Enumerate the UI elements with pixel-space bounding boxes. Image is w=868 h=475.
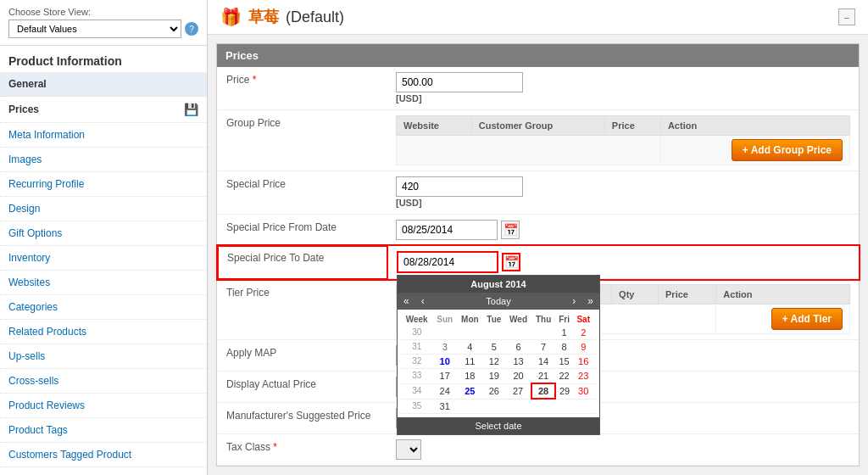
cal-day-1-1[interactable]: 4 xyxy=(457,340,483,355)
sidebar-item-custom[interactable]: Custom Options xyxy=(0,467,207,475)
tax-class-select[interactable] xyxy=(396,439,421,460)
collapse-button[interactable]: – xyxy=(838,8,855,25)
calendar-header-row: Week Sun Mon Tue Wed Thu Fri Sat xyxy=(401,313,596,326)
cal-day-0-2 xyxy=(483,326,505,340)
group-price-col-customer-group: Customer Group xyxy=(471,116,604,136)
cal-day-3-3[interactable]: 20 xyxy=(505,369,531,384)
cal-day-2-6[interactable]: 16 xyxy=(573,355,593,369)
sidebar-item-upsells[interactable]: Up-sells xyxy=(0,344,207,369)
cal-day-1-2[interactable]: 5 xyxy=(483,340,505,355)
cal-day-0-4 xyxy=(531,326,555,340)
cal-day-empty xyxy=(531,399,555,413)
group-price-row: Group Price Website Customer Group Price… xyxy=(218,110,859,171)
cal-day-2-0[interactable]: 10 xyxy=(432,355,457,369)
tier-col-action: Action xyxy=(716,285,850,305)
sidebar-item-design[interactable]: Design xyxy=(0,197,207,221)
calendar-next-month-btn[interactable]: › xyxy=(566,293,581,310)
cal-day-0-6[interactable]: 2 xyxy=(573,326,593,340)
cal-day-5-0[interactable]: 31 xyxy=(432,399,457,413)
cal-day-empty xyxy=(483,399,505,413)
sidebar-item-inventory[interactable]: Inventory xyxy=(0,246,207,271)
sidebar-item-crosssells[interactable]: Cross-sells xyxy=(0,369,207,394)
cal-day-2-2[interactable]: 12 xyxy=(483,355,505,369)
cal-day-1-0[interactable]: 3 xyxy=(432,340,457,355)
cal-day-1-6[interactable]: 9 xyxy=(573,340,593,355)
cal-day-empty xyxy=(593,326,596,340)
tier-col-qty: Qty xyxy=(612,285,659,305)
cal-day-2-3[interactable]: 13 xyxy=(505,355,531,369)
cal-day-1-5[interactable]: 8 xyxy=(555,340,573,355)
cal-weeknum: 34 xyxy=(401,383,432,399)
special-price-to-input[interactable] xyxy=(397,251,498,273)
calendar-select-date[interactable]: Select date xyxy=(398,417,599,434)
calendar-today-btn[interactable]: Today xyxy=(431,293,567,309)
main-content: 🎁 草莓 (Default) – Prices Price * [USD] xyxy=(208,0,868,475)
sidebar-item-related[interactable]: Related Products xyxy=(0,320,207,344)
sidebar-item-prices[interactable]: Prices 💾 xyxy=(0,97,207,123)
cal-weeknum: 32 xyxy=(401,355,432,369)
group-price-col-price: Price xyxy=(604,116,660,136)
from-date-calendar-icon[interactable]: 📅 xyxy=(501,221,520,239)
special-price-input[interactable] xyxy=(396,176,523,197)
cal-day-4-4[interactable]: 28 xyxy=(531,383,555,399)
cal-day-4-2[interactable]: 26 xyxy=(483,383,505,399)
to-date-calendar-icon[interactable]: 📅 xyxy=(502,253,520,271)
cal-day-2-1[interactable]: 11 xyxy=(457,355,483,369)
special-price-row: Special Price [USD] xyxy=(218,171,859,215)
group-price-col-website: Website xyxy=(397,116,472,136)
help-icon[interactable]: ? xyxy=(185,22,198,36)
sidebar-item-websites[interactable]: Websites xyxy=(0,271,207,295)
cal-day-1-3[interactable]: 6 xyxy=(505,340,531,355)
cal-day-0-1 xyxy=(457,326,483,340)
sidebar-item-images[interactable]: Images xyxy=(0,148,207,172)
cal-day-3-6[interactable]: 23 xyxy=(573,369,593,384)
cal-day-empty xyxy=(555,399,573,413)
calendar-prev-month-btn[interactable]: ‹ xyxy=(415,293,431,310)
special-price-to-label: Special Price To Date xyxy=(218,246,387,279)
special-price-from-value-cell: 📅 xyxy=(387,215,859,246)
calendar-nav: « ‹ Today › » xyxy=(398,293,599,310)
to-date-wrap: 📅 August 2014 « ‹ Today › » xyxy=(397,251,850,273)
sidebar-item-recurring[interactable]: Recurring Profile xyxy=(0,172,207,197)
tier-price-label: Tier Price xyxy=(218,279,387,340)
group-price-label: Group Price xyxy=(218,110,387,171)
cal-weeknum: 33 xyxy=(401,369,432,384)
group-price-empty-row: + Add Group Price xyxy=(397,136,850,165)
sidebar-item-meta[interactable]: Meta Information xyxy=(0,123,207,148)
cal-day-3-0[interactable]: 17 xyxy=(432,369,457,384)
cal-day-0-5[interactable]: 1 xyxy=(555,326,573,340)
cal-weeknum: 35 xyxy=(401,399,432,413)
sidebar-item-reviews[interactable]: Product Reviews xyxy=(0,394,207,418)
sidebar-item-gift[interactable]: Gift Options xyxy=(0,221,207,246)
from-date-wrap: 📅 xyxy=(396,220,850,240)
cal-day-2-5[interactable]: 15 xyxy=(555,355,573,369)
cal-day-3-5[interactable]: 22 xyxy=(555,369,573,384)
add-tier-cell: + Add Tier xyxy=(716,305,850,334)
store-view-select[interactable]: Default Values xyxy=(8,20,181,38)
price-input[interactable] xyxy=(396,72,523,92)
calendar-next-year-btn[interactable]: » xyxy=(581,293,599,310)
add-tier-button[interactable]: + Add Tier xyxy=(771,308,843,330)
cal-day-1-4[interactable]: 7 xyxy=(531,340,555,355)
cal-day-3-4[interactable]: 21 xyxy=(531,369,555,384)
add-group-price-button[interactable]: + Add Group Price xyxy=(732,139,843,161)
product-title: 草莓 xyxy=(248,7,279,27)
cal-day-4-5[interactable]: 29 xyxy=(555,383,573,399)
cal-day-3-1[interactable]: 18 xyxy=(457,369,483,384)
prices-form-table: Price * [USD] Group Price xyxy=(217,67,859,466)
cal-day-4-0[interactable]: 24 xyxy=(432,383,457,399)
sidebar-item-categories[interactable]: Categories xyxy=(0,295,207,320)
sidebar-item-tags[interactable]: Product Tags xyxy=(0,418,207,443)
special-price-from-input[interactable] xyxy=(396,220,498,240)
cal-day-4-1[interactable]: 25 xyxy=(457,383,483,399)
special-price-from-label: Special Price From Date xyxy=(218,215,387,246)
calendar-prev-year-btn[interactable]: « xyxy=(398,293,415,310)
cal-day-2-4[interactable]: 14 xyxy=(531,355,555,369)
save-icon: 💾 xyxy=(184,103,198,116)
sidebar-item-general[interactable]: General xyxy=(0,72,207,97)
tax-class-value-cell xyxy=(387,434,859,466)
cal-day-4-3[interactable]: 27 xyxy=(505,383,531,399)
sidebar-item-customers-tagged[interactable]: Customers Tagged Product xyxy=(0,443,207,467)
cal-day-3-2[interactable]: 19 xyxy=(483,369,505,384)
cal-day-4-6[interactable]: 30 xyxy=(573,383,593,399)
